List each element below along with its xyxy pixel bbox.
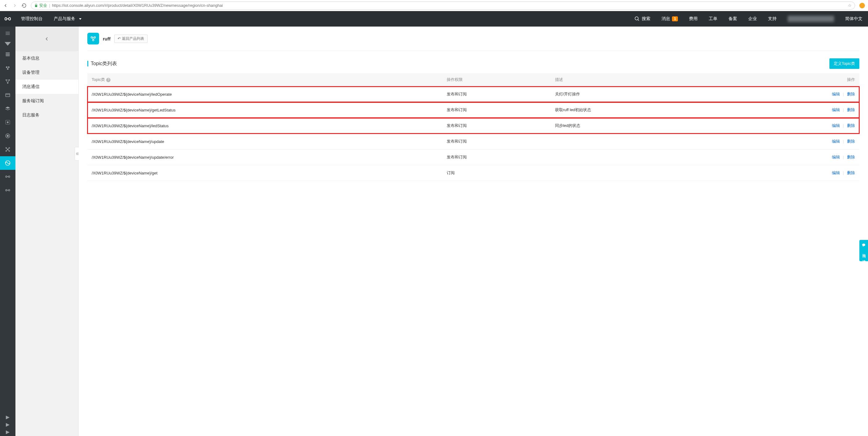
cell-topic: /X0W1RUu39WZ/${deviceName}/update bbox=[87, 134, 442, 149]
cell-permission: 发布和订阅 bbox=[442, 102, 550, 118]
rail-item-3[interactable] bbox=[0, 75, 16, 88]
back-icon[interactable] bbox=[3, 3, 8, 8]
help-icon[interactable]: ? bbox=[106, 78, 111, 82]
topbar-item-3[interactable]: 企业 bbox=[743, 11, 763, 27]
delete-link[interactable]: 删除 bbox=[847, 92, 855, 96]
cell-actions: 编辑|删除 bbox=[751, 165, 859, 181]
profile-avatar-icon[interactable] bbox=[859, 3, 865, 8]
cell-permission: 发布和订阅 bbox=[442, 149, 550, 165]
product-name: ruff bbox=[103, 36, 111, 41]
sidebar-item-4[interactable]: 日志服务 bbox=[16, 108, 79, 122]
delete-link[interactable]: 删除 bbox=[847, 123, 855, 128]
cell-description: 关灯/开灯操作 bbox=[551, 86, 751, 102]
svg-line-4 bbox=[638, 20, 639, 21]
svg-rect-33 bbox=[5, 176, 7, 178]
delete-link[interactable]: 删除 bbox=[847, 155, 855, 159]
product-sidebar: 基本信息设备管理消息通信服务端订阅日志服务 bbox=[16, 27, 79, 436]
rail-item-4[interactable] bbox=[0, 88, 16, 102]
sidebar-item-3[interactable]: 服务端订阅 bbox=[16, 94, 79, 108]
svg-point-12 bbox=[6, 66, 7, 68]
svg-line-31 bbox=[8, 149, 9, 151]
forward-icon[interactable] bbox=[12, 3, 17, 8]
browser-chrome: 安全 | https://iot.console.aliyun.com/#/pr… bbox=[0, 0, 868, 11]
svg-line-48 bbox=[92, 38, 93, 40]
console-topbar: 管理控制台 产品与服务 搜索 消息 1 费用工单备案企业支持 简体中文 bbox=[0, 11, 868, 27]
cell-actions: 编辑|删除 bbox=[751, 118, 859, 134]
service-rail bbox=[0, 27, 16, 436]
rail-item-5[interactable] bbox=[0, 102, 16, 115]
rail-item-10[interactable] bbox=[0, 183, 16, 197]
browser-nav bbox=[3, 3, 27, 8]
cell-actions: 编辑|删除 bbox=[751, 86, 859, 102]
hamburger-icon[interactable] bbox=[0, 27, 16, 40]
reload-icon[interactable] bbox=[22, 3, 27, 8]
sidebar-item-2[interactable]: 消息通信 bbox=[16, 80, 79, 94]
secure-label: 安全 bbox=[39, 3, 47, 8]
edit-link[interactable]: 编辑 bbox=[832, 139, 840, 144]
topbar-item-4[interactable]: 支持 bbox=[763, 11, 782, 27]
svg-point-3 bbox=[635, 17, 639, 20]
console-home[interactable]: 管理控制台 bbox=[16, 11, 48, 27]
rail-item-6[interactable] bbox=[0, 115, 16, 129]
edit-link[interactable]: 编辑 bbox=[832, 170, 840, 175]
address-bar[interactable]: 安全 | https://iot.console.aliyun.com/#/pr… bbox=[31, 2, 855, 9]
account-menu[interactable] bbox=[782, 11, 840, 27]
messages-badge: 1 bbox=[672, 17, 678, 21]
topbar-item-2[interactable]: 备案 bbox=[723, 11, 743, 27]
account-name-blurred bbox=[788, 16, 834, 22]
sidebar-back-button[interactable] bbox=[16, 27, 79, 51]
edit-link[interactable]: 编辑 bbox=[832, 123, 840, 128]
aliyun-logo-icon[interactable] bbox=[0, 11, 16, 27]
svg-marker-40 bbox=[6, 423, 9, 427]
search-button[interactable]: 搜索 bbox=[629, 11, 656, 27]
cell-permission: 订阅 bbox=[442, 165, 550, 181]
rail-expand-3[interactable] bbox=[0, 429, 16, 436]
rail-dropdown-icon[interactable] bbox=[0, 40, 16, 48]
rail-item-7[interactable] bbox=[0, 129, 16, 143]
star-icon[interactable]: ☆ bbox=[848, 3, 851, 8]
define-topic-button[interactable]: 定义Topic类 bbox=[829, 58, 859, 69]
svg-rect-37 bbox=[9, 190, 10, 191]
delete-link[interactable]: 删除 bbox=[847, 170, 855, 175]
rail-item-1[interactable] bbox=[0, 48, 16, 61]
messages-button[interactable]: 消息 1 bbox=[656, 11, 683, 27]
delete-link[interactable]: 删除 bbox=[847, 108, 855, 112]
sidebar-item-0[interactable]: 基本信息 bbox=[16, 51, 79, 65]
back-to-product-list-button[interactable]: ↶ 返回产品列表 bbox=[114, 35, 148, 43]
cell-description: 获取ruff led初始状态 bbox=[551, 102, 751, 118]
svg-line-29 bbox=[8, 148, 9, 149]
table-row: /X0W1RUu39WZ/${deviceName}/update发布和订阅编辑… bbox=[87, 134, 859, 149]
svg-marker-8 bbox=[5, 42, 11, 46]
topbar-item-0[interactable]: 费用 bbox=[683, 11, 703, 27]
chat-icon bbox=[861, 243, 866, 248]
topbar-item-1[interactable]: 工单 bbox=[703, 11, 723, 27]
products-services-menu[interactable]: 产品与服务 bbox=[48, 11, 87, 27]
table-row: /X0W1RUu39WZ/${deviceName}/ledStatus发布和订… bbox=[87, 118, 859, 134]
cell-description bbox=[551, 165, 751, 181]
rail-item-9[interactable] bbox=[0, 170, 16, 183]
svg-marker-41 bbox=[6, 431, 9, 434]
svg-rect-34 bbox=[9, 176, 10, 178]
rail-item-8[interactable] bbox=[0, 143, 16, 156]
rail-expand-2[interactable] bbox=[0, 421, 16, 429]
edit-link[interactable]: 编辑 bbox=[832, 92, 840, 96]
table-row: /X0W1RUu39WZ/${deviceName}/ledOperate发布和… bbox=[87, 86, 859, 102]
cell-topic: /X0W1RUu39WZ/${deviceName}/ledStatus bbox=[87, 118, 442, 134]
cell-actions: 编辑|删除 bbox=[751, 102, 859, 118]
table-row: /X0W1RUu39WZ/${deviceName}/getLedStatus发… bbox=[87, 102, 859, 118]
delete-link[interactable]: 删除 bbox=[847, 139, 855, 144]
feedback-tab[interactable]: 咨询·建议 bbox=[859, 240, 868, 261]
rail-expand-1[interactable] bbox=[0, 414, 16, 421]
rail-item-2[interactable] bbox=[0, 61, 16, 75]
svg-point-22 bbox=[7, 135, 9, 137]
cell-topic: /X0W1RUu39WZ/${deviceName}/update/error bbox=[87, 149, 442, 165]
cell-permission: 发布和订阅 bbox=[442, 118, 550, 134]
product-icon bbox=[87, 33, 99, 45]
rail-item-iot[interactable] bbox=[0, 156, 16, 170]
language-menu[interactable]: 简体中文 bbox=[840, 11, 868, 27]
col-actions: 操作 bbox=[751, 73, 859, 86]
edit-link[interactable]: 编辑 bbox=[832, 108, 840, 112]
sidebar-item-1[interactable]: 设备管理 bbox=[16, 65, 79, 80]
svg-point-51 bbox=[862, 243, 866, 246]
edit-link[interactable]: 编辑 bbox=[832, 155, 840, 159]
